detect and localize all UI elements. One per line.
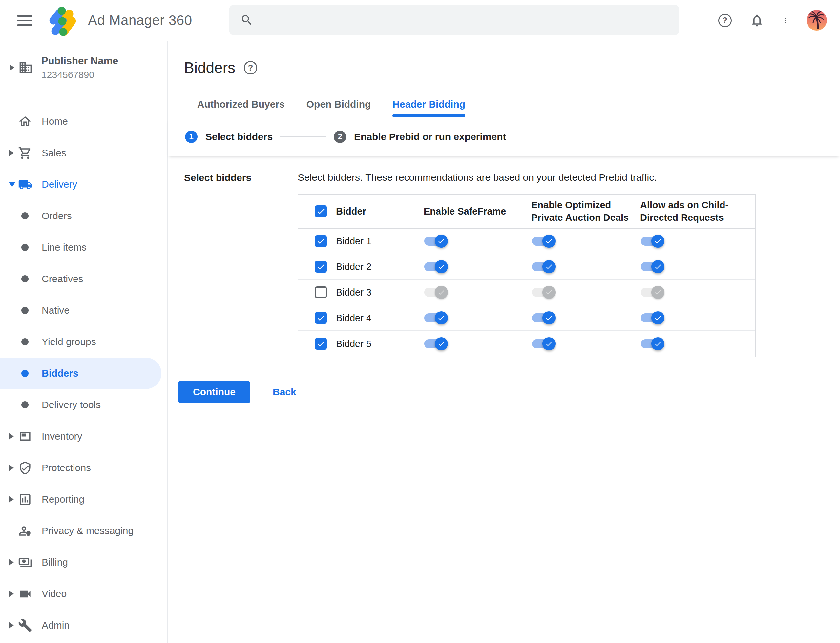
column-header-child-directed: Allow ads on Child-Directed Requests	[640, 199, 755, 224]
row-checkbox[interactable]	[315, 312, 327, 324]
bullet-icon	[21, 370, 29, 377]
sidebar: Publisher Name 1234567890 Home Sales	[0, 41, 168, 643]
sidebar-item-reporting[interactable]: Reporting	[0, 483, 167, 515]
bullet-icon	[21, 244, 29, 251]
account-avatar[interactable]	[807, 10, 827, 31]
table-row: Bidder 3	[298, 280, 755, 305]
tab-authorized-buyers[interactable]: Authorized Buyers	[197, 92, 285, 117]
bullet-icon	[21, 401, 29, 408]
child-directed-toggle[interactable]	[641, 313, 662, 323]
bidder-name: Bidder 1	[336, 236, 371, 247]
table-description: Select bidders. These recommendations ar…	[297, 171, 840, 183]
sidebar-item-inventory[interactable]: Inventory	[0, 421, 167, 452]
notifications-bell-icon[interactable]	[749, 13, 765, 28]
safeframe-toggle[interactable]	[424, 262, 446, 271]
back-link[interactable]: Back	[267, 383, 302, 401]
bidders-table: Bidder Enable SafeFrame Enable Optimized…	[297, 194, 756, 357]
sidebar-item-delivery-tools[interactable]: Delivery tools	[0, 389, 167, 421]
child-directed-toggle[interactable]	[641, 339, 662, 348]
sidebar-item-sales[interactable]: Sales	[0, 137, 167, 169]
sidebar-item-video[interactable]: Video	[0, 578, 167, 610]
child-directed-toggle[interactable]	[641, 262, 662, 271]
search-input[interactable]	[261, 14, 668, 26]
table-row: Bidder 5	[298, 331, 755, 357]
row-checkbox[interactable]	[315, 338, 327, 350]
sidebar-item-native[interactable]: Native	[0, 295, 167, 326]
continue-button[interactable]: Continue	[178, 381, 250, 403]
expand-caret-icon	[9, 465, 14, 471]
publisher-id: 1234567890	[41, 70, 118, 80]
row-checkbox[interactable]	[315, 235, 327, 247]
optimized-deals-toggle[interactable]	[532, 262, 554, 271]
ad-manager-logo-icon	[47, 4, 77, 36]
expand-caret-icon	[9, 591, 14, 597]
sidebar-item-protections[interactable]: Protections	[0, 452, 167, 483]
safeframe-toggle[interactable]	[424, 339, 446, 348]
tab-header-bidding[interactable]: Header Bidding	[392, 92, 465, 117]
sidebar-item-privacy-messaging[interactable]: Privacy & messaging	[0, 515, 167, 547]
select-all-checkbox[interactable]	[315, 206, 327, 217]
expand-caret-icon	[10, 64, 15, 71]
row-checkbox[interactable]	[315, 261, 327, 273]
table-row: Bidder 1	[298, 228, 755, 254]
sidebar-item-creatives[interactable]: Creatives	[0, 263, 167, 295]
bullet-icon	[21, 212, 29, 219]
optimized-deals-toggle[interactable]	[532, 339, 554, 348]
topbar-actions: ?	[717, 0, 827, 41]
optimized-deals-toggle[interactable]	[532, 237, 554, 246]
palm-tree-photo	[807, 10, 827, 31]
section-label: Select bidders	[184, 171, 297, 357]
more-vert-icon[interactable]	[781, 13, 789, 28]
bidder-name: Bidder 4	[336, 313, 371, 323]
truck-icon	[18, 178, 32, 192]
sidebar-item-yield-groups[interactable]: Yield groups	[0, 326, 167, 357]
sidebar-item-admin[interactable]: Admin	[0, 610, 167, 641]
publisher-selector[interactable]: Publisher Name 1234567890	[0, 41, 167, 95]
search-icon	[240, 13, 253, 26]
help-circle-icon[interactable]: ?	[244, 61, 257, 75]
expand-caret-icon	[9, 559, 14, 566]
step-1-circle: 1	[185, 131, 198, 143]
tab-bar: Authorized Buyers Open Bidding Header Bi…	[168, 92, 840, 118]
table-row: Bidder 4	[298, 305, 755, 331]
sidebar-nav: Home Sales Delivery Orders	[0, 95, 167, 641]
row-checkbox[interactable]	[315, 286, 327, 298]
building-icon	[18, 60, 33, 75]
safeframe-toggle[interactable]	[424, 313, 446, 323]
money-icon	[18, 555, 32, 570]
expand-caret-icon	[9, 496, 14, 503]
safeframe-toggle[interactable]	[424, 288, 446, 297]
expand-caret-icon	[9, 622, 14, 628]
bullet-icon	[21, 275, 29, 282]
sidebar-item-home[interactable]: Home	[0, 106, 167, 137]
child-directed-toggle[interactable]	[641, 237, 662, 246]
menu-hamburger-icon[interactable]	[17, 12, 32, 29]
search-bar[interactable]	[229, 5, 679, 36]
person-shield-icon	[18, 524, 32, 538]
bullet-icon	[21, 307, 29, 314]
app-title: Ad Manager 360	[88, 13, 192, 28]
table-row: Bidder 2	[298, 254, 755, 280]
help-icon[interactable]: ?	[717, 13, 732, 28]
expand-caret-icon	[9, 150, 14, 156]
step-2-label: Enable Prebid or run experiment	[354, 131, 506, 142]
window-icon	[18, 429, 32, 444]
child-directed-toggle[interactable]	[641, 288, 662, 297]
safeframe-toggle[interactable]	[424, 237, 446, 246]
optimized-deals-toggle[interactable]	[532, 288, 554, 297]
sidebar-item-orders[interactable]: Orders	[0, 200, 167, 232]
sidebar-item-billing[interactable]: Billing	[0, 547, 167, 578]
tab-open-bidding[interactable]: Open Bidding	[306, 92, 371, 117]
main-content: Bidders ? Authorized Buyers Open Bidding…	[168, 41, 840, 643]
optimized-deals-toggle[interactable]	[532, 313, 554, 323]
step-2-circle: 2	[334, 131, 346, 143]
bidder-name: Bidder 5	[336, 339, 371, 349]
bar-chart-icon	[18, 493, 32, 506]
publisher-name: Publisher Name	[41, 55, 118, 67]
sidebar-item-line-items[interactable]: Line items	[0, 232, 167, 263]
sidebar-item-delivery[interactable]: Delivery	[0, 169, 167, 200]
bidder-name: Bidder 2	[336, 261, 371, 272]
stepper: 1 Select bidders 2 Enable Prebid or run …	[168, 118, 840, 157]
collapse-caret-icon	[9, 182, 15, 187]
sidebar-item-bidders[interactable]: Bidders	[0, 357, 162, 389]
